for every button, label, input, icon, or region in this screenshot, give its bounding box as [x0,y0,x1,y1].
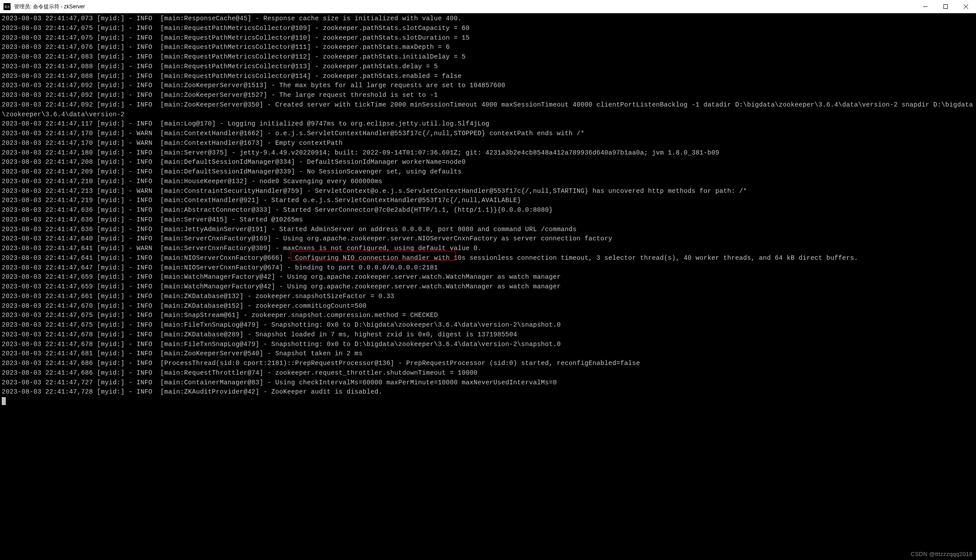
log-line: 2023-08-03 22:41:47,088 [myid:] - INFO [… [2,72,974,81]
log-line: 2023-08-03 22:41:47,088 [myid:] - INFO [… [2,62,974,72]
maximize-button[interactable] [935,0,956,13]
window-controls [915,0,976,13]
log-line: 2023-08-03 22:41:47,075 [myid:] - INFO [… [2,33,974,43]
log-line: 2023-08-03 22:41:47,641 [myid:] - WARN [… [2,244,974,254]
log-line: 2023-08-03 22:41:47,213 [myid:] - WARN [… [2,187,974,196]
console-window: C:\ 管理员: 命令提示符 - zkServer 2023-08-03 22:… [0,0,976,560]
log-line: 2023-08-03 22:41:47,641 [myid:] - INFO [… [2,254,974,263]
log-line: 2023-08-03 22:41:47,675 [myid:] - INFO [… [2,321,974,330]
svg-rect-1 [944,5,948,9]
log-line: 2023-08-03 22:41:47,659 [myid:] - INFO [… [2,282,974,292]
log-line: 2023-08-03 22:41:47,219 [myid:] - INFO [… [2,196,974,206]
terminal-output[interactable]: 2023-08-03 22:41:47,073 [myid:] - INFO [… [0,13,976,560]
titlebar[interactable]: C:\ 管理员: 命令提示符 - zkServer [0,0,976,13]
watermark: CSDN @tttzzzqqq2018 [911,550,972,559]
log-line: 2023-08-03 22:41:47,727 [myid:] - INFO [… [2,378,974,388]
log-line: 2023-08-03 22:41:47,640 [myid:] - INFO [… [2,234,974,244]
log-line: 2023-08-03 22:41:47,647 [myid:] - INFO [… [2,263,974,273]
log-line: 2023-08-03 22:41:47,681 [myid:] - INFO [… [2,349,974,359]
log-line: 2023-08-03 22:41:47,075 [myid:] - INFO [… [2,24,974,33]
log-line: 2023-08-03 22:41:47,678 [myid:] - INFO [… [2,330,974,340]
log-line: 2023-08-03 22:41:47,073 [myid:] - INFO [… [2,14,974,24]
log-line: 2023-08-03 22:41:47,170 [myid:] - WARN [… [2,129,974,139]
log-line: 2023-08-03 22:41:47,670 [myid:] - INFO [… [2,302,974,311]
log-line: 2023-08-03 22:41:47,636 [myid:] - INFO [… [2,225,974,235]
log-line: 2023-08-03 22:41:47,092 [myid:] - INFO [… [2,81,974,91]
minimize-button[interactable] [915,0,935,13]
log-line: 2023-08-03 22:41:47,210 [myid:] - INFO [… [2,177,974,187]
log-line: 2023-08-03 22:41:47,180 [myid:] - INFO [… [2,148,974,158]
log-line: 2023-08-03 22:41:47,678 [myid:] - INFO [… [2,340,974,350]
log-line: 2023-08-03 22:41:47,208 [myid:] - INFO [… [2,158,974,167]
close-button[interactable] [956,0,976,13]
log-line: 2023-08-03 22:41:47,076 [myid:] - INFO [… [2,43,974,52]
log-line: 2023-08-03 22:41:47,636 [myid:] - INFO [… [2,215,974,225]
log-line: 2023-08-03 22:41:47,686 [myid:] - INFO [… [2,368,974,378]
log-line: 2023-08-03 22:41:47,661 [myid:] - INFO [… [2,292,974,302]
log-line: 2023-08-03 22:41:47,092 [myid:] - INFO [… [2,100,974,120]
cursor [2,397,6,405]
log-line: 2023-08-03 22:41:47,636 [myid:] - INFO [… [2,206,974,215]
log-line: 2023-08-03 22:41:47,728 [myid:] - INFO [… [2,387,974,397]
log-line: 2023-08-03 22:41:47,209 [myid:] - INFO [… [2,167,974,177]
cursor-line [2,397,974,409]
log-line: 2023-08-03 22:41:47,117 [myid:] - INFO [… [2,119,974,129]
log-line: 2023-08-03 22:41:47,659 [myid:] - INFO [… [2,273,974,282]
window-title: 管理员: 命令提示符 - zkServer [14,3,915,11]
cmd-icon: C:\ [4,3,11,10]
log-line: 2023-08-03 22:41:47,675 [myid:] - INFO [… [2,311,974,321]
log-line: 2023-08-03 22:41:47,083 [myid:] - INFO [… [2,52,974,62]
log-line: 2023-08-03 22:41:47,092 [myid:] - INFO [… [2,91,974,100]
log-line: 2023-08-03 22:41:47,686 [myid:] - INFO [… [2,359,974,368]
log-line: 2023-08-03 22:41:47,170 [myid:] - WARN [… [2,139,974,148]
